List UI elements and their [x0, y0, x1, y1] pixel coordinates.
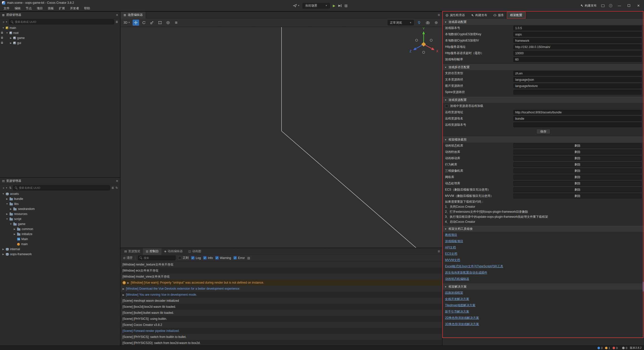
- link-ecs-docs[interactable]: ECS文档: [445, 251, 457, 257]
- asset-row-internal[interactable]: ▶internal: [0, 247, 120, 252]
- asset-row-seedrandom[interactable]: ▶seedrandom: [0, 206, 120, 211]
- text-res-path-input[interactable]: [513, 77, 641, 82]
- filter-log-toggle[interactable]: ✓Log: [191, 256, 201, 260]
- chevron-collapsed-icon[interactable]: ▶: [10, 42, 12, 44]
- tab-animation-editor[interactable]: ◈动画编辑器: [162, 248, 185, 255]
- play-button[interactable]: ▶: [333, 4, 335, 8]
- tab-animation-graph[interactable]: ◫动画图: [185, 248, 204, 255]
- log-row-info[interactable]: ▶[Window] Download the Vue Devtools exte…: [120, 286, 442, 292]
- link-strategy-framework[interactable]: 战旗游戏框架: [445, 290, 463, 296]
- log-row[interactable]: [Scene] [bullet]:bullet wasm lib loaded.: [120, 310, 442, 316]
- help-icon[interactable]: ?: [609, 4, 612, 7]
- link-tutorial-project[interactable]: 教程项目: [445, 232, 457, 238]
- link-2d-rpg-solution[interactable]: 2D角色扮演游戏解决方案: [445, 315, 479, 321]
- link-hotupdate-plugin[interactable]: 原生包热更新配置自动生成插件: [445, 270, 487, 276]
- delete-network-button[interactable]: 删除: [513, 175, 641, 180]
- asset-row-main-ts[interactable]: TSMain: [0, 237, 120, 242]
- languages-input[interactable]: [513, 71, 641, 76]
- chevron-collapsed-icon[interactable]: ▶: [13, 228, 16, 230]
- crypto-key-input[interactable]: [513, 32, 641, 37]
- menu-item-extension[interactable]: 扩展: [56, 6, 67, 11]
- minimize-button[interactable]: —: [617, 4, 622, 8]
- delete-mvvm-button[interactable]: 删除: [513, 194, 641, 198]
- link-guide-solution[interactable]: 新手引导解决方案: [445, 309, 469, 315]
- filter-icon[interactable]: ≣: [111, 186, 114, 190]
- log-row[interactable]: [Scene] [PHYSICS]: switch from builtin t…: [120, 334, 442, 340]
- tab-build-publish[interactable]: 构建发布: [468, 12, 490, 19]
- expand-arrow-icon[interactable]: ▶: [123, 293, 125, 296]
- link-tiledmap-solution[interactable]: Tiledmap地图解决方案: [445, 302, 475, 309]
- menu-item-edit[interactable]: 编辑: [12, 6, 23, 11]
- build-publish-button[interactable]: 构建发布: [580, 4, 597, 8]
- log-row[interactable]: [Scene] [PHYSICS2D]: switch from box2d-w…: [120, 340, 442, 345]
- delete-effect-button[interactable]: 删除: [513, 150, 641, 154]
- create-node-button[interactable]: ＋▼: [2, 20, 8, 24]
- asset-row-main-scene[interactable]: main: [0, 242, 120, 247]
- sort-assets-icon[interactable]: ⇅: [9, 186, 12, 190]
- checkbox-checked[interactable]: ✓: [233, 256, 237, 259]
- snap-tool-button[interactable]: ⊞: [173, 20, 179, 26]
- rotate-tool-button[interactable]: [141, 20, 147, 26]
- lock-icon[interactable]: [1, 42, 3, 44]
- chevron-collapsed-icon[interactable]: ▶: [10, 37, 12, 39]
- save-button[interactable]: 保存: [536, 129, 550, 134]
- scrollbar-thumb[interactable]: [643, 282, 644, 292]
- layout-grid-button[interactable]: ⊞: [344, 4, 348, 8]
- checkbox-checked[interactable]: ✓: [203, 256, 207, 259]
- tab-framework-config[interactable]: 框架配置: [507, 12, 526, 19]
- link-api-docs[interactable]: API文档: [445, 244, 456, 251]
- maximize-button[interactable]: [626, 4, 631, 8]
- asset-row-initialize[interactable]: ▶initialize: [0, 232, 120, 237]
- delete-dynamic-button[interactable]: 删除: [513, 181, 641, 186]
- assets-search-input[interactable]: [19, 186, 108, 189]
- http-server-input[interactable]: [513, 45, 641, 49]
- lighting-toggle-button[interactable]: [416, 20, 422, 26]
- chevron-collapsed-icon[interactable]: ▶: [6, 213, 8, 215]
- asset-row-script[interactable]: ▼script: [0, 216, 120, 222]
- delete-move-button[interactable]: 删除: [513, 156, 641, 161]
- crypto-iv-input[interactable]: [513, 38, 641, 43]
- remote-bundle-input[interactable]: [513, 116, 641, 121]
- scene-settings-button[interactable]: [433, 20, 439, 26]
- section-header-basic[interactable]: ▼游戏基础配置: [442, 19, 644, 25]
- chevron-collapsed-icon[interactable]: ▶: [6, 198, 8, 200]
- filter-error-toggle[interactable]: ✓Error: [233, 256, 245, 260]
- chevron-collapsed-icon[interactable]: ▶: [2, 248, 5, 250]
- panel-menu-icon[interactable]: ≡: [438, 249, 440, 254]
- log-row[interactable]: [Scene] Cocos Creator v3.8.2: [120, 322, 442, 328]
- close-button[interactable]: ✕: [636, 4, 641, 8]
- tab-service[interactable]: 服务: [490, 12, 507, 19]
- lock-icon[interactable]: [1, 37, 3, 39]
- tab-console[interactable]: ▥控制台: [143, 248, 161, 255]
- step-button[interactable]: ▶: [338, 4, 341, 7]
- filter-info-toggle[interactable]: ✓Info: [203, 256, 213, 260]
- menu-item-file[interactable]: 文件: [1, 6, 12, 11]
- warning-count-badge[interactable]: 1: [605, 346, 610, 349]
- section-header-modules[interactable]: ▼框架模块裁剪: [442, 137, 644, 143]
- filter-warning-toggle[interactable]: ✓Warning: [215, 256, 231, 260]
- checkbox-unchecked[interactable]: [178, 256, 181, 259]
- section-header-i18n[interactable]: ▼游戏多语言配置: [442, 64, 644, 70]
- chevron-expanded-icon[interactable]: ▼: [6, 32, 8, 34]
- delete-camera-button[interactable]: 删除: [513, 168, 641, 173]
- view-mode-dropdown[interactable]: 正常浏览 ▼: [388, 20, 414, 25]
- message-count-badge[interactable]: 0: [622, 346, 627, 349]
- menu-item-help[interactable]: 帮助: [82, 6, 93, 11]
- pivot-tool-button[interactable]: [165, 20, 171, 26]
- tab-asset-preview[interactable]: ▤资源预览: [122, 248, 143, 255]
- log-row[interactable]: [Window] model_view文件夹不存在: [120, 274, 442, 280]
- game-version-input[interactable]: [513, 26, 641, 30]
- tab-property-inspector[interactable]: 属性检查器: [442, 12, 468, 19]
- scene-viewport[interactable]: Y X Z: [120, 27, 442, 248]
- hierarchy-node-gui[interactable]: ▶ gui: [0, 40, 120, 46]
- log-row[interactable]: [Scene] [PHYSICS]: using builtin.: [120, 316, 442, 322]
- panel-menu-icon[interactable]: ≡: [438, 13, 440, 17]
- error-count-badge[interactable]: 0: [613, 346, 618, 349]
- rect-tool-button[interactable]: [157, 20, 163, 26]
- log-row[interactable]: [Scene] meshopt wasm decoder initialized: [120, 298, 442, 304]
- lock-icon[interactable]: [1, 32, 3, 34]
- link-fullstack-solution[interactable]: 全栈开发解决方案: [445, 296, 469, 302]
- console-search-input[interactable]: [144, 256, 174, 259]
- section-header-solutions[interactable]: ▼框架解决方案: [442, 284, 644, 290]
- log-row[interactable]: [Scene] [box2d]:box2d wasm lib loaded.: [120, 304, 442, 310]
